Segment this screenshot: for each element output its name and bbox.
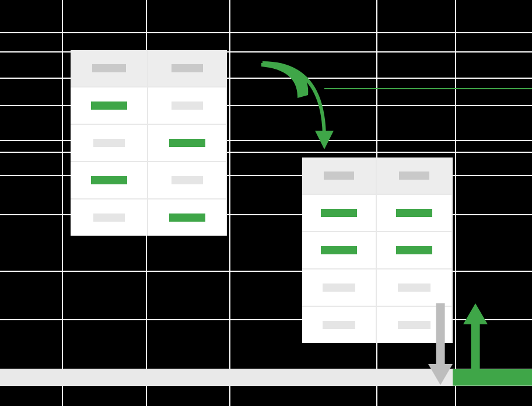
svg-rect-4 xyxy=(471,322,480,372)
source-cell xyxy=(148,88,226,124)
result-cell xyxy=(302,195,377,231)
result-row xyxy=(302,232,453,268)
svg-marker-3 xyxy=(463,303,488,324)
result-header-row xyxy=(302,158,453,194)
value-bar xyxy=(321,209,357,217)
source-cell xyxy=(71,162,148,198)
source-cell xyxy=(71,88,148,124)
source-cell xyxy=(148,125,226,161)
value-bar xyxy=(91,176,127,184)
source-row xyxy=(71,88,227,124)
source-row xyxy=(71,162,227,198)
result-row xyxy=(302,195,453,231)
value-bar xyxy=(91,102,127,110)
value-bar xyxy=(323,284,355,292)
source-cell xyxy=(71,50,148,86)
value-bar xyxy=(324,172,354,180)
source-cell xyxy=(71,125,148,161)
value-bar xyxy=(169,139,205,147)
value-bar xyxy=(398,321,430,329)
value-bar xyxy=(323,321,355,329)
source-cell xyxy=(148,200,226,236)
source-row xyxy=(71,125,227,161)
value-bar xyxy=(399,172,429,180)
source-cell xyxy=(148,50,226,86)
result-cell xyxy=(377,270,452,306)
value-bar xyxy=(172,102,203,110)
result-row xyxy=(302,270,453,306)
value-bar xyxy=(172,64,203,72)
result-cell xyxy=(302,232,377,268)
result-cell xyxy=(377,158,452,194)
sort-ascending-icon xyxy=(463,303,488,372)
result-cell xyxy=(377,232,452,268)
value-bar xyxy=(396,209,432,217)
result-cell xyxy=(302,270,377,306)
value-bar xyxy=(398,284,430,292)
result-cell xyxy=(302,158,377,194)
value-bar xyxy=(321,246,357,254)
value-bar xyxy=(169,214,205,222)
source-cell xyxy=(148,162,226,198)
value-bar xyxy=(93,139,125,147)
value-bar xyxy=(92,64,126,72)
value-bar xyxy=(93,214,125,222)
result-cell xyxy=(377,195,452,231)
sort-descending-icon xyxy=(428,303,453,385)
green-accent-line xyxy=(324,88,532,89)
source-cell xyxy=(71,200,148,236)
svg-rect-1 xyxy=(436,303,444,366)
source-header-row xyxy=(71,50,227,86)
value-bar xyxy=(172,176,203,184)
value-bar xyxy=(396,246,432,254)
source-table xyxy=(71,50,227,236)
source-row xyxy=(71,200,227,236)
result-cell xyxy=(302,307,377,343)
svg-marker-2 xyxy=(428,364,453,385)
